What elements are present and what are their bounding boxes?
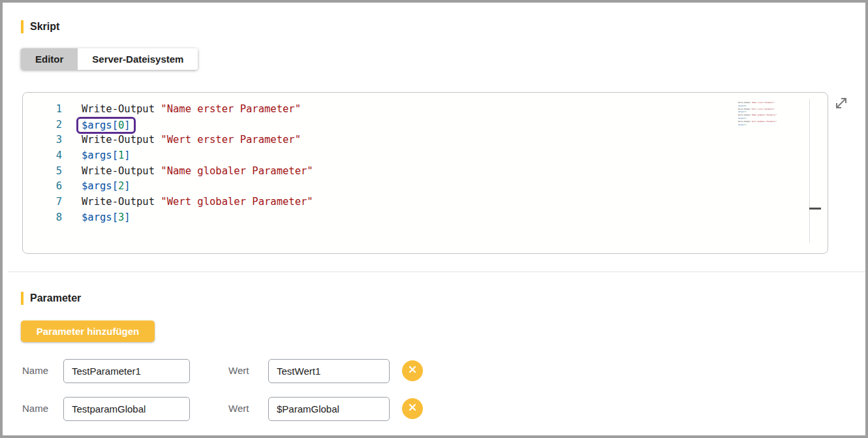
token-number: 0 — [118, 119, 124, 131]
parameter-value-input[interactable] — [268, 359, 390, 383]
parameter-name-input[interactable] — [63, 359, 190, 383]
token-variable: $args — [82, 180, 112, 192]
code-line[interactable]: 1Write-Output "Name erster Parameter" — [23, 102, 828, 117]
parameter-row: NameWert — [3, 397, 865, 421]
token-number: 2 — [118, 180, 124, 192]
token-number: 3 — [118, 211, 124, 223]
code-editor[interactable]: 1Write-Output "Name erster Parameter"2$a… — [22, 92, 828, 254]
parameter-row: NameWert — [3, 359, 865, 383]
editor-ruler — [809, 99, 810, 243]
minimap-line: $args[3] — [738, 124, 784, 127]
token-command: Write-Output — [82, 134, 161, 146]
token-bracket: ] — [124, 149, 130, 161]
close-x-icon — [408, 403, 417, 412]
skript-title: Skript — [30, 21, 59, 33]
token-bracket: ] — [124, 180, 130, 192]
token-string: "Name globaler Parameter" — [161, 165, 313, 177]
token-bracket: ] — [124, 211, 130, 223]
code-line[interactable]: 5Write-Output "Name globaler Parameter" — [23, 164, 828, 180]
code-line[interactable]: 7Write-Output "Wert globaler Parameter" — [23, 195, 828, 210]
token-variable: $args — [82, 149, 112, 161]
code-text: Write-Output "Name globaler Parameter" — [82, 164, 313, 180]
editor-minimap[interactable]: Write-Output "Name erster Parameter"$arg… — [738, 102, 784, 127]
line-number: 6 — [23, 179, 62, 195]
token-string: "Wert globaler Parameter" — [161, 196, 313, 208]
token-bracket: [ — [112, 149, 118, 161]
parameter-section-heading: Parameter — [21, 292, 81, 305]
token-bracket: [ — [112, 211, 118, 223]
parameter-value-input[interactable] — [268, 397, 390, 421]
token-bracket: [ — [112, 119, 118, 131]
code-text: $args[2] — [82, 179, 131, 195]
line-number: 4 — [23, 148, 62, 164]
code-line[interactable]: 2$args[0] — [23, 117, 828, 133]
selection-highlight-box: $args[0] — [76, 117, 136, 134]
tab-editor[interactable]: Editor — [21, 48, 78, 70]
token-bracket: ] — [124, 119, 130, 131]
line-number: 3 — [23, 133, 62, 148]
remove-parameter-button[interactable] — [402, 360, 423, 381]
expand-icon — [833, 95, 849, 111]
token-variable: $args — [82, 211, 112, 223]
accent-bar — [21, 20, 23, 33]
token-string: "Wert erster Parameter" — [161, 134, 301, 146]
code-text: $args[3] — [82, 210, 131, 226]
code-line[interactable]: 8$args[3] — [23, 210, 828, 226]
line-number: 1 — [23, 102, 62, 117]
editor-scrollbar-thumb[interactable] — [809, 208, 821, 210]
wert-label: Wert — [228, 365, 249, 376]
accent-bar — [21, 292, 23, 305]
code-line[interactable]: 4$args[1] — [23, 148, 828, 164]
section-divider — [8, 272, 865, 272]
line-number: 7 — [23, 195, 62, 210]
parameter-title: Parameter — [30, 292, 81, 304]
line-number: 8 — [23, 210, 62, 226]
code-line[interactable]: 6$args[2] — [23, 179, 828, 195]
script-parameter-page: { "colors": { "accent_yellow": "#FBC02D"… — [0, 0, 868, 438]
code-text: $args[1] — [82, 148, 131, 164]
token-variable: $args — [82, 119, 112, 131]
token-bracket: [ — [112, 180, 118, 192]
token-command: Write-Output — [82, 103, 161, 115]
line-number: 5 — [23, 164, 62, 180]
code-area[interactable]: 1Write-Output "Name erster Parameter"2$a… — [23, 102, 828, 226]
code-text: Write-Output "Wert globaler Parameter" — [82, 195, 313, 210]
parameter-name-input[interactable] — [63, 397, 190, 421]
expand-editor-button[interactable] — [833, 95, 850, 112]
add-parameter-button[interactable]: Parameter hinzufügen — [21, 321, 155, 342]
remove-parameter-button[interactable] — [402, 398, 423, 419]
code-text: $args[0] — [82, 117, 136, 134]
wert-label: Wert — [228, 403, 249, 414]
close-x-icon — [408, 365, 417, 374]
token-string: "Name erster Parameter" — [161, 103, 301, 115]
editor-tabbar: Editor Server-Dateisystem — [21, 48, 198, 70]
line-number: 2 — [23, 117, 62, 133]
token-command: Write-Output — [82, 196, 161, 208]
name-label: Name — [22, 403, 48, 414]
code-text: Write-Output "Name erster Parameter" — [82, 102, 301, 117]
token-command: Write-Output — [82, 165, 161, 177]
token-number: 1 — [118, 149, 124, 161]
tab-server-dateisystem[interactable]: Server-Dateisystem — [78, 48, 198, 70]
name-label: Name — [22, 365, 48, 376]
code-text: Write-Output "Wert erster Parameter" — [82, 133, 301, 148]
skript-section-heading: Skript — [21, 20, 59, 33]
code-line[interactable]: 3Write-Output "Wert erster Parameter" — [23, 133, 828, 148]
